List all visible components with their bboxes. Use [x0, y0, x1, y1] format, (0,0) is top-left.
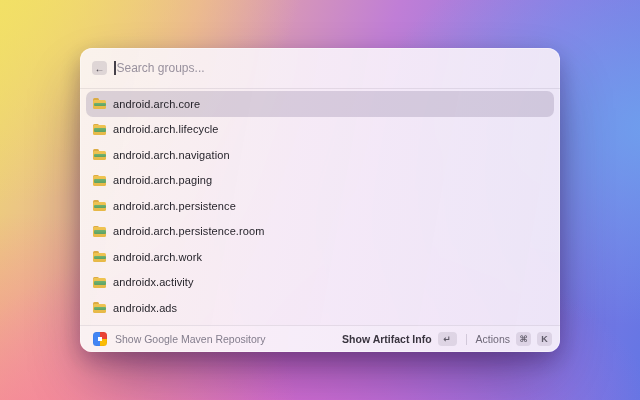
- google-maven-extension-icon: [93, 332, 107, 346]
- list-item[interactable]: android.arch.core: [86, 91, 554, 117]
- primary-action-button[interactable]: Show Artifact Info: [342, 333, 431, 345]
- list-item-label: android.arch.paging: [113, 174, 212, 186]
- search-bar: ←: [80, 48, 560, 88]
- k-key-icon: K: [537, 332, 552, 346]
- enter-key-icon: ↵: [438, 332, 457, 346]
- list-item[interactable]: androidx.ads: [86, 295, 554, 321]
- list-item[interactable]: android.arch.lifecycle: [86, 117, 554, 143]
- folder-icon: [93, 302, 106, 313]
- list-item-label: android.arch.persistence: [113, 200, 236, 212]
- list-item-label: android.arch.lifecycle: [113, 123, 219, 135]
- footer-bar: Show Google Maven Repository Show Artifa…: [80, 325, 560, 352]
- folder-icon: [93, 124, 106, 135]
- folder-icon: [93, 98, 106, 109]
- list-item[interactable]: android.arch.navigation: [86, 142, 554, 168]
- folder-icon: [93, 277, 106, 288]
- folder-icon: [93, 251, 106, 262]
- list-item-label: androidx.activity: [113, 276, 194, 288]
- list-item[interactable]: android.arch.persistence.room: [86, 219, 554, 245]
- command-key-icon: ⌘: [516, 332, 531, 346]
- list-item[interactable]: android.arch.work: [86, 244, 554, 270]
- list-item-label: android.arch.persistence.room: [113, 225, 264, 237]
- footer-divider: [466, 334, 467, 345]
- actions-button[interactable]: Actions: [476, 333, 510, 345]
- folder-icon: [93, 226, 106, 237]
- back-button[interactable]: ←: [92, 61, 107, 75]
- group-list: android.arch.coreandroid.arch.lifecyclea…: [80, 89, 560, 325]
- list-item[interactable]: androidx.activity: [86, 270, 554, 296]
- folder-icon: [93, 200, 106, 211]
- footer-right: Show Artifact Info ↵ Actions ⌘ K: [342, 332, 552, 346]
- back-arrow-icon: ←: [95, 62, 105, 75]
- folder-icon: [93, 149, 106, 160]
- list-item-label: android.arch.core: [113, 98, 200, 110]
- list-item-label: android.arch.navigation: [113, 149, 230, 161]
- search-palette-window: ← android.arch.coreandroid.arch.lifecycl…: [80, 48, 560, 352]
- list-item-label: androidx.ads: [113, 302, 177, 314]
- footer-left: Show Google Maven Repository: [93, 332, 266, 346]
- footer-extension-name: Show Google Maven Repository: [115, 333, 266, 345]
- folder-icon: [93, 175, 106, 186]
- search-input[interactable]: [116, 61, 549, 75]
- list-item[interactable]: android.arch.persistence: [86, 193, 554, 219]
- list-item-label: android.arch.work: [113, 251, 202, 263]
- list-item[interactable]: android.arch.paging: [86, 168, 554, 194]
